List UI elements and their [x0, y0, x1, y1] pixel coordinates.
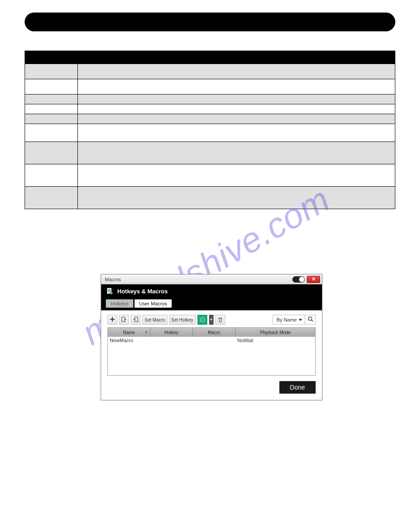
- dialog-title: Macros: [105, 277, 121, 282]
- table-row: [25, 124, 395, 142]
- pin-toggle[interactable]: [292, 276, 305, 283]
- export-button[interactable]: [131, 315, 141, 325]
- add-button[interactable]: [107, 315, 117, 325]
- set-hotkey-button[interactable]: Set Hotkey: [169, 315, 196, 325]
- table-row: [25, 94, 395, 104]
- toolbar: Set Macro Set Hotkey By Name: [107, 315, 316, 325]
- svg-rect-3: [108, 291, 111, 292]
- svg-point-7: [308, 317, 312, 321]
- play-dropdown[interactable]: [209, 315, 214, 325]
- page-header-bar: [25, 13, 395, 31]
- macros-grid: Name Hotkey Macro Playback Mode NewMacro…: [107, 327, 316, 376]
- chevron-down-icon: [299, 319, 302, 321]
- table-row[interactable]: NewMacro NoWait: [108, 337, 315, 345]
- dialog-footer: Done: [101, 376, 322, 400]
- import-icon: [121, 317, 127, 323]
- macros-icon: [106, 287, 114, 295]
- cell-name: NewMacro: [108, 337, 150, 345]
- tabs: Hotkeys User Macros: [106, 298, 317, 308]
- set-macro-button[interactable]: Set Macro: [142, 315, 167, 325]
- delete-button[interactable]: [215, 315, 225, 325]
- table-row: [25, 114, 395, 124]
- plus-icon: [110, 317, 115, 323]
- table-row: [25, 104, 395, 114]
- search-box: By Name: [273, 315, 316, 325]
- play-button[interactable]: [197, 315, 207, 325]
- svg-line-8: [312, 320, 313, 322]
- close-button[interactable]: ✕: [307, 276, 320, 283]
- macros-dialog: Macros ✕ Hotkeys & Macros Hot: [101, 274, 322, 400]
- done-button[interactable]: Done: [279, 381, 316, 394]
- cell-playback: NoWait: [235, 337, 315, 345]
- outer-table-header: [25, 51, 395, 64]
- search-mode-dropdown[interactable]: By Name: [273, 315, 304, 324]
- cell-macro: [193, 337, 235, 345]
- col-name[interactable]: Name: [108, 328, 150, 337]
- table-row: [25, 64, 395, 79]
- tab-hotkeys[interactable]: Hotkeys: [106, 299, 133, 308]
- table-row: [25, 79, 395, 94]
- table-row: [25, 186, 395, 209]
- close-icon: ✕: [312, 276, 316, 282]
- dialog-titlebar[interactable]: Macros ✕: [101, 275, 322, 284]
- export-icon: [133, 317, 138, 323]
- table-row: [25, 142, 395, 164]
- grid-header: Name Hotkey Macro Playback Mode: [108, 328, 315, 337]
- search-icon: [308, 316, 313, 324]
- col-macro[interactable]: Macro: [193, 328, 235, 337]
- col-name-label: Name: [123, 330, 135, 335]
- col-hotkey[interactable]: Hotkey: [150, 328, 193, 337]
- dialog-header-title: Hotkeys & Macros: [117, 288, 168, 295]
- trash-icon: [218, 317, 223, 322]
- tab-user-macros[interactable]: User Macros: [134, 299, 172, 308]
- outer-table: [25, 51, 395, 209]
- dialog-header-band: Hotkeys & Macros Hotkeys User Macros: [101, 284, 322, 310]
- expand-column-icon[interactable]: [143, 328, 150, 337]
- import-button[interactable]: [119, 315, 129, 325]
- search-mode-label: By Name: [277, 317, 297, 322]
- col-playback[interactable]: Playback Mode: [235, 328, 315, 337]
- svg-rect-2: [108, 290, 111, 291]
- svg-rect-1: [108, 289, 111, 290]
- grid-body[interactable]: NewMacro NoWait: [108, 337, 315, 375]
- search-button[interactable]: [305, 315, 315, 325]
- cell-hotkey: [150, 337, 193, 345]
- table-row: [25, 164, 395, 186]
- record-icon: [200, 317, 205, 322]
